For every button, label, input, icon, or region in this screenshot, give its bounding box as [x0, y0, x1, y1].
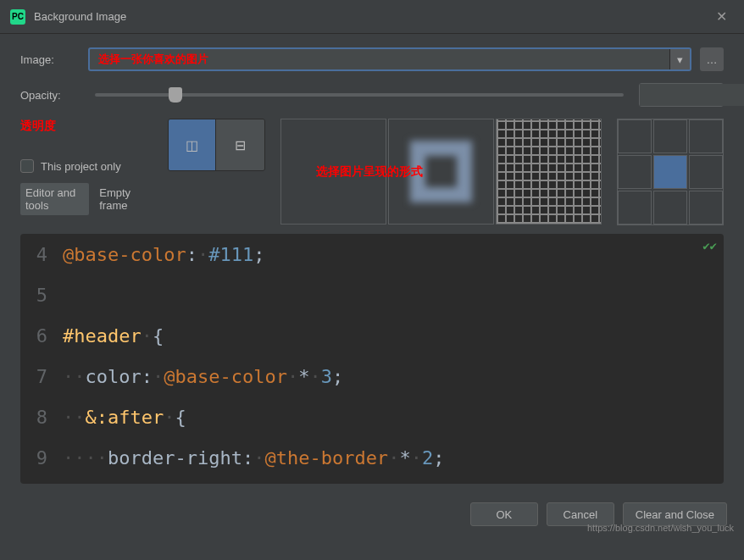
- browse-button[interactable]: …: [700, 47, 724, 71]
- anchor-ml[interactable]: [618, 155, 652, 189]
- line-number: 7: [20, 366, 63, 387]
- ok-button[interactable]: OK: [470, 502, 538, 526]
- image-path-combo[interactable]: 选择一张你喜欢的图片 ▾: [88, 47, 691, 71]
- code-text: ··color:·@base-color·*·3;: [63, 366, 343, 387]
- code-line: 5: [20, 274, 724, 315]
- line-number: 9: [20, 447, 63, 469]
- project-only-label: This project only: [41, 160, 121, 173]
- mirror-horizontal-icon: ◫: [186, 137, 198, 153]
- anchor-tl[interactable]: [618, 119, 652, 153]
- code-text: @base-color:·#111;: [63, 244, 264, 265]
- opacity-slider[interactable]: [95, 93, 624, 97]
- anchor-br[interactable]: [689, 191, 723, 225]
- preview-plain[interactable]: [280, 119, 386, 225]
- close-icon[interactable]: ✕: [708, 4, 734, 30]
- anchor-center[interactable]: [653, 155, 687, 189]
- anchor-tc[interactable]: [653, 119, 687, 153]
- status-check-icon: ✔✔: [702, 239, 717, 252]
- mirror-toggle-group: ◫ ⊟: [168, 119, 265, 171]
- opacity-spinner[interactable]: ▲ ▼: [639, 83, 724, 107]
- opacity-label: Opacity:: [20, 89, 80, 102]
- window-title: Background Image: [34, 10, 708, 23]
- tab-empty-frame[interactable]: Empty frame: [94, 183, 152, 215]
- opacity-input[interactable]: [640, 84, 744, 106]
- app-icon: PC: [10, 9, 25, 25]
- code-line: 9····border-right:·@the-border·*·2;: [20, 437, 724, 478]
- titlebar: PC Background Image ✕: [0, 0, 744, 34]
- anchor-bc[interactable]: [653, 191, 687, 225]
- line-number: 8: [20, 407, 63, 428]
- code-text: ····border-right:·@the-border·*·2;: [63, 447, 444, 469]
- anchor-mr[interactable]: [689, 155, 723, 189]
- code-line: 8··&:after·{: [20, 396, 724, 437]
- tab-editor-tools[interactable]: Editor and tools: [20, 183, 89, 215]
- cancel-button[interactable]: Cancel: [547, 502, 614, 526]
- anchor-bl[interactable]: [618, 191, 652, 225]
- clear-close-button[interactable]: Clear and Close: [623, 502, 727, 526]
- slider-thumb[interactable]: [169, 87, 182, 103]
- line-number: 6: [20, 325, 63, 347]
- display-mode-previews: 选择图片呈现的形式: [280, 119, 602, 225]
- anchor-tr[interactable]: [689, 119, 723, 153]
- preview-scale[interactable]: [388, 119, 494, 225]
- code-line: 4@base-color:·#111;: [20, 234, 724, 274]
- code-line: 6#header·{: [20, 315, 724, 356]
- chevron-down-icon[interactable]: ▾: [669, 49, 690, 69]
- code-text: ··&:after·{: [63, 407, 186, 428]
- line-number: 4: [20, 244, 63, 265]
- anchor-grid: [617, 119, 724, 225]
- image-path-placeholder: 选择一张你喜欢的图片: [90, 52, 669, 67]
- mirror-vertical-button[interactable]: ⊟: [216, 119, 264, 170]
- line-number: 5: [20, 285, 63, 306]
- transparency-note: 透明度: [20, 119, 153, 134]
- code-line: 7··color:·@base-color·*·3;: [20, 356, 724, 396]
- project-only-checkbox[interactable]: [20, 159, 34, 173]
- image-label: Image:: [20, 53, 80, 66]
- mirror-horizontal-button[interactable]: ◫: [169, 119, 217, 170]
- preview-tile[interactable]: [496, 119, 602, 225]
- mirror-vertical-icon: ⊟: [235, 137, 246, 153]
- code-preview: ✔✔ 4@base-color:·#111;56#header·{7··colo…: [20, 234, 724, 484]
- code-text: #header·{: [63, 325, 164, 347]
